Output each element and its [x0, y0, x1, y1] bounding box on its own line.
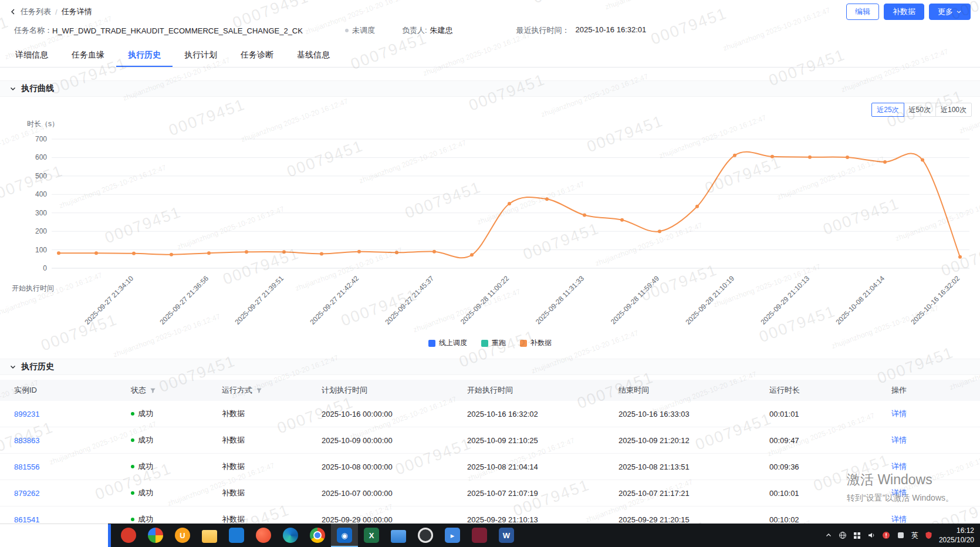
run-method: 补数据: [222, 488, 322, 498]
instance-id-link[interactable]: 883863: [14, 436, 39, 445]
history-table-row: 881556成功补数据2025-10-08 00:00:002025-10-08…: [0, 454, 980, 480]
task-status: 未调度: [345, 25, 375, 36]
legend-item-线上调度[interactable]: 线上调度: [428, 338, 467, 348]
taskbar-app-dark-round-app[interactable]: [412, 524, 439, 547]
detail-link[interactable]: 详情: [891, 462, 907, 471]
taskbar-app-red-browser[interactable]: [115, 524, 142, 547]
owner-label: 负责人:: [402, 25, 427, 36]
range-button-近25次[interactable]: 近25次: [871, 103, 904, 117]
backfill-button[interactable]: 补数据: [884, 4, 924, 20]
range-button-group: 近25次近50次近100次: [0, 103, 980, 117]
taskbar-app-maroon-app[interactable]: [466, 524, 493, 547]
svg-text:2025-09-27 21:45:37: 2025-09-27 21:45:37: [383, 274, 435, 326]
instance-id-link[interactable]: 881556: [14, 462, 39, 471]
volume-icon[interactable]: [867, 531, 876, 539]
svg-text:300: 300: [35, 209, 47, 217]
owner-name: 朱建忠: [430, 25, 453, 36]
status-dot-icon: [131, 412, 134, 416]
status-dot-icon: [131, 465, 134, 468]
detail-link[interactable]: 详情: [891, 488, 907, 497]
filter-icon[interactable]: [150, 387, 156, 394]
end-time: 2025-10-09 21:20:12: [619, 436, 769, 445]
history-section-header[interactable]: 执行历史: [0, 359, 980, 375]
security-badge-icon[interactable]: [925, 531, 932, 539]
instance-id-link[interactable]: 879262: [14, 489, 39, 498]
history-table-body: 899231成功补数据2025-10-16 00:00:002025-10-16…: [0, 401, 980, 533]
chart-legend: 线上调度重跑补数据: [0, 338, 980, 348]
duration: 00:09:47: [769, 436, 891, 445]
back-chevron-icon[interactable]: [9, 8, 16, 15]
start-time: 2025-10-16 16:32:02: [467, 410, 619, 418]
filter-icon[interactable]: [256, 387, 262, 394]
taskbar-window-preview[interactable]: [0, 524, 108, 547]
tab-bar: 详细信息任务血缘执行历史执行计划任务诊断基线信息: [0, 43, 980, 67]
status-text: 成功: [138, 435, 153, 445]
tab-详细信息[interactable]: 详细信息: [4, 43, 60, 67]
history-table-header: 实例ID状态运行方式计划执行时间开始执行时间结束时间运行时长操作: [0, 380, 980, 401]
detail-link[interactable]: 详情: [891, 409, 907, 418]
tray-expand-icon[interactable]: [825, 532, 832, 539]
start-time: 2025-10-07 21:07:19: [467, 489, 619, 498]
breadcrumb-task-list[interactable]: 任务列表: [21, 6, 51, 17]
taskbar-app-edge-browser[interactable]: [277, 524, 304, 547]
more-button[interactable]: 更多: [929, 4, 971, 20]
run-method: 补数据: [222, 435, 322, 445]
curve-section-header[interactable]: 执行曲线: [0, 80, 980, 97]
last-run-label: 最近执行时间：: [516, 25, 570, 36]
column-label: 运行时长: [769, 385, 800, 396]
planned-time: 2025-10-09 00:00:00: [322, 436, 467, 445]
tab-执行历史[interactable]: 执行历史: [116, 43, 173, 67]
task-name: H_WF_DWD_TRADE_HKAUDIT_ECOMMERCE_SALE_CH…: [52, 26, 303, 35]
word-icon: W: [499, 528, 514, 543]
file-explorer-icon: [202, 530, 217, 543]
run-method: 补数据: [222, 461, 322, 472]
legend-item-重跑[interactable]: 重跑: [481, 338, 506, 348]
ime-mode-icon[interactable]: [897, 531, 905, 539]
taskbar-app-vscode[interactable]: [223, 524, 250, 547]
svg-text:2025-10-08 21:04:14: 2025-10-08 21:04:14: [834, 274, 886, 326]
red-browser-icon: [121, 528, 136, 543]
range-button-近100次[interactable]: 近100次: [935, 103, 972, 117]
taskbar-app-excel[interactable]: X: [358, 524, 385, 547]
legend-item-补数据[interactable]: 补数据: [520, 338, 552, 348]
svg-text:2025-09-28 11:00:22: 2025-09-28 11:00:22: [459, 274, 511, 326]
tab-执行计划[interactable]: 执行计划: [173, 43, 229, 67]
column-label: 计划执行时间: [322, 385, 367, 396]
tab-任务诊断[interactable]: 任务诊断: [229, 43, 285, 67]
svg-text:700: 700: [35, 135, 47, 143]
planned-time: 2025-09-29 00:00:00: [322, 515, 467, 524]
taskbar-app-pinwheel-app[interactable]: [142, 524, 169, 547]
instance-id-link[interactable]: 861541: [14, 515, 39, 524]
detail-link[interactable]: 详情: [891, 515, 907, 524]
legend-swatch-icon: [481, 340, 488, 347]
range-button-近50次[interactable]: 近50次: [904, 103, 936, 117]
column-label: 开始执行时间: [467, 385, 513, 396]
alert-badge-icon[interactable]: [882, 531, 890, 539]
column-label: 状态: [131, 385, 146, 396]
breadcrumb-task-detail: 任务详情: [62, 6, 92, 17]
taskbar-app-uc-browser[interactable]: U: [169, 524, 196, 547]
taskbar-app-camera-app[interactable]: ◉: [331, 524, 358, 547]
planned-time: 2025-10-07 00:00:00: [322, 489, 467, 498]
instance-id-link[interactable]: 899231: [14, 410, 39, 418]
edit-button[interactable]: 编辑: [846, 4, 879, 20]
taskbar-app-chrome-browser[interactable]: [304, 524, 331, 547]
input-language-indicator[interactable]: 英: [911, 531, 918, 541]
duration: 00:10:01: [769, 489, 891, 498]
taskbar-app-media-app[interactable]: ▸: [439, 524, 466, 547]
taskbar-clock[interactable]: 16:12 2025/10/20: [939, 526, 974, 545]
status-text: 成功: [138, 461, 153, 472]
taskbar-app-opera-like-app[interactable]: [250, 524, 277, 547]
execution-curve-chart: 01002003004005006007002025-09-27 21:34:1…: [0, 129, 980, 333]
column-header-结束时间: 结束时间: [619, 385, 769, 396]
more-button-label: 更多: [938, 6, 953, 17]
tab-任务血缘[interactable]: 任务血缘: [60, 43, 116, 67]
taskbar-app-blue-folder-app[interactable]: [385, 524, 412, 547]
globe-network-icon[interactable]: [839, 531, 847, 539]
taskbar-app-word[interactable]: W: [493, 524, 520, 547]
status-dot-icon: [131, 491, 134, 495]
app-grid-icon[interactable]: [853, 532, 861, 539]
tab-基线信息[interactable]: 基线信息: [285, 43, 342, 67]
detail-link[interactable]: 详情: [891, 435, 907, 444]
taskbar-app-file-explorer[interactable]: [196, 524, 223, 547]
